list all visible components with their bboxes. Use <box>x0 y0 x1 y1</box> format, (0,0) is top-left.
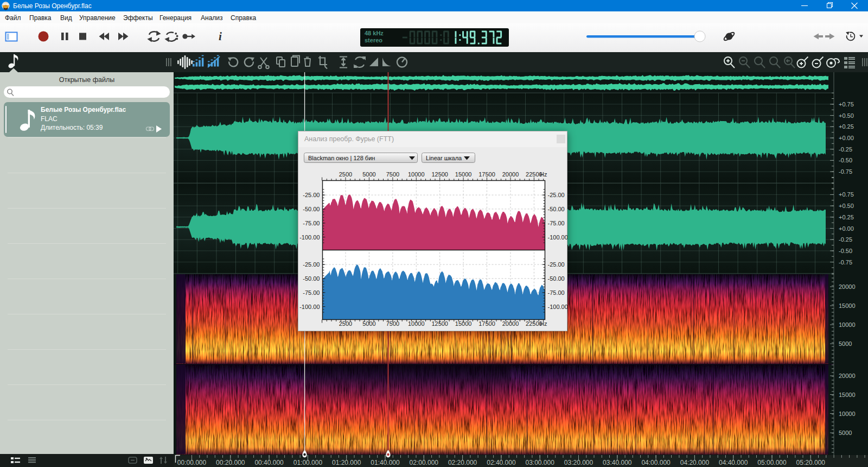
svg-text:02:20.000: 02:20.000 <box>448 459 477 466</box>
svg-text:i: i <box>219 30 222 43</box>
svg-text:20000: 20000 <box>839 283 856 290</box>
svg-text:5000: 5000 <box>362 320 375 327</box>
svg-text:+0.50: +0.50 <box>839 203 854 209</box>
svg-text:-0.75: -0.75 <box>839 168 852 175</box>
svg-text:02:40.000: 02:40.000 <box>487 459 516 466</box>
svg-text:00:20.000: 00:20.000 <box>216 459 245 466</box>
svg-text:04:20.000: 04:20.000 <box>680 459 710 466</box>
svg-text:-50.00: -50.00 <box>548 275 565 282</box>
svg-text:-25.00: -25.00 <box>548 261 565 268</box>
svg-text:-0.25: -0.25 <box>839 236 852 243</box>
svg-text:15000: 15000 <box>839 302 856 309</box>
svg-text:15000: 15000 <box>455 320 472 327</box>
svg-text:Hz: Hz <box>540 171 547 178</box>
svg-text:+0.00: +0.00 <box>839 225 854 232</box>
svg-text:01:20.000: 01:20.000 <box>332 459 361 466</box>
svg-text:17500: 17500 <box>478 320 495 327</box>
svg-text:15000: 15000 <box>839 392 856 398</box>
svg-text:-0.50: -0.50 <box>839 157 852 163</box>
svg-text:17500: 17500 <box>478 171 495 178</box>
svg-text:+0.25: +0.25 <box>839 123 854 130</box>
svg-text:7500: 7500 <box>386 320 399 327</box>
svg-text:Linear шкала: Linear шкала <box>426 155 462 161</box>
svg-text:15000: 15000 <box>455 171 472 178</box>
svg-text:7500: 7500 <box>386 171 399 178</box>
svg-text:+0.75: +0.75 <box>839 191 854 198</box>
svg-text:Анализ преобр. Фурье (FTT): Анализ преобр. Фурье (FTT) <box>304 135 394 143</box>
svg-text:04:00.000: 04:00.000 <box>641 459 671 466</box>
svg-text:10000: 10000 <box>839 411 856 417</box>
svg-text:-75.00: -75.00 <box>303 289 320 296</box>
svg-text:10000: 10000 <box>408 171 425 178</box>
svg-text:2500: 2500 <box>339 320 352 327</box>
svg-text:20000: 20000 <box>502 320 519 327</box>
svg-text:-50.00: -50.00 <box>303 275 320 282</box>
svg-text:01:40.000: 01:40.000 <box>371 459 400 466</box>
svg-text:05:00.000: 05:00.000 <box>757 459 787 466</box>
svg-text:-75.00: -75.00 <box>303 220 320 226</box>
svg-text:5000: 5000 <box>839 340 852 347</box>
svg-text:12500: 12500 <box>431 171 448 178</box>
svg-text:+0.00: +0.00 <box>839 135 854 141</box>
svg-text:-50.00: -50.00 <box>303 206 320 212</box>
svg-text:03:00.000: 03:00.000 <box>526 459 555 466</box>
svg-text:-100.00: -100.00 <box>299 304 320 310</box>
svg-text:03:40.000: 03:40.000 <box>603 459 632 466</box>
svg-text:01:00.000: 01:00.000 <box>293 459 323 466</box>
svg-text:-100.00: -100.00 <box>548 234 568 241</box>
svg-text:+0.75: +0.75 <box>839 101 854 108</box>
svg-text:20000: 20000 <box>502 171 519 178</box>
svg-text:03:20.000: 03:20.000 <box>564 459 593 466</box>
svg-text:-25.00: -25.00 <box>548 192 565 198</box>
svg-text:-25.00: -25.00 <box>303 192 320 198</box>
svg-text:Hz: Hz <box>540 320 547 327</box>
svg-text:+0.50: +0.50 <box>839 112 854 119</box>
svg-text:05:20.000: 05:20.000 <box>796 459 826 466</box>
svg-text:-0.25: -0.25 <box>839 146 852 153</box>
svg-text:20000: 20000 <box>839 373 856 379</box>
svg-text:-75.00: -75.00 <box>548 289 565 296</box>
svg-text:+0.25: +0.25 <box>839 214 854 220</box>
svg-text:-100.00: -100.00 <box>548 304 568 310</box>
svg-text:-0.50: -0.50 <box>839 248 852 254</box>
svg-text:2500: 2500 <box>339 171 352 178</box>
svg-text:00:00.000: 00:00.000 <box>177 459 207 466</box>
svg-text:Blackman окно | 128 бин: Blackman окно | 128 бин <box>308 155 375 161</box>
svg-text:-75.00: -75.00 <box>548 220 565 226</box>
svg-text:10000: 10000 <box>408 320 425 327</box>
svg-text:5000: 5000 <box>362 171 375 178</box>
svg-text:-0.75: -0.75 <box>839 259 852 266</box>
svg-text:-50.00: -50.00 <box>548 206 565 212</box>
svg-text:10000: 10000 <box>839 321 856 328</box>
svg-text:5000: 5000 <box>839 430 852 436</box>
svg-text:02:00.000: 02:00.000 <box>410 459 439 466</box>
svg-text:00:40.000: 00:40.000 <box>254 459 284 466</box>
svg-text:12500: 12500 <box>431 320 448 327</box>
svg-text:-25.00: -25.00 <box>303 261 320 268</box>
svg-text:04:40.000: 04:40.000 <box>719 459 748 466</box>
svg-text:-100.00: -100.00 <box>299 234 320 241</box>
